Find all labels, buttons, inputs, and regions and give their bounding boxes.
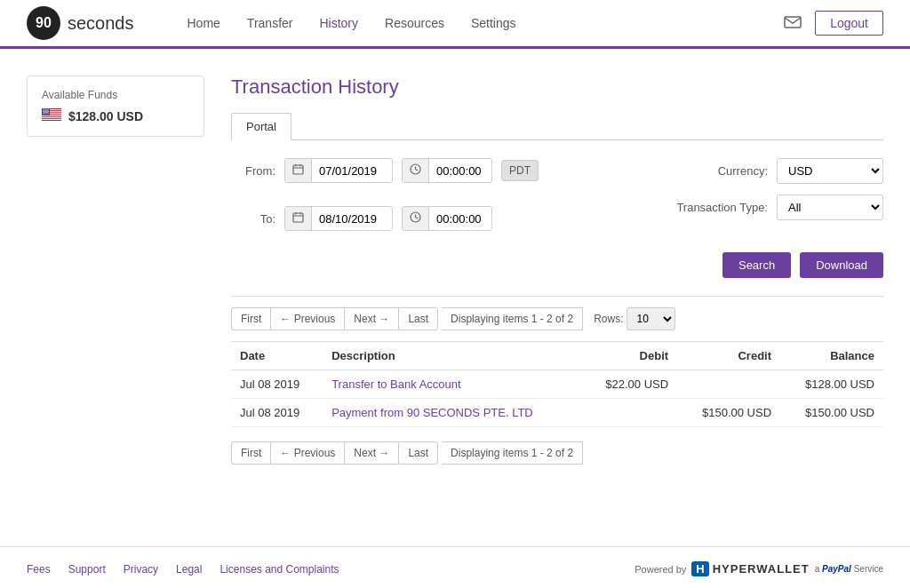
nav-home[interactable]: Home (188, 0, 220, 46)
mail-icon[interactable] (784, 14, 802, 33)
svg-rect-39 (293, 213, 303, 222)
nav-history[interactable]: History (319, 0, 358, 49)
pagination-next-button[interactable]: Next → (344, 307, 398, 330)
footer-powered-by: Powered by H HYPERWALLET a PayPal Servic… (635, 561, 883, 576)
footer-support-link[interactable]: Support (68, 563, 106, 576)
svg-point-18 (43, 111, 44, 112)
table-row: Jul 08 2019 Payment from 90 SECONDS PTE.… (231, 399, 883, 427)
footer: Fees Support Privacy Legal Licenses and … (0, 546, 910, 588)
cell-credit-0 (677, 370, 780, 399)
svg-point-26 (47, 112, 48, 113)
currency-row: Currency: USD EUR GBP (661, 158, 883, 184)
content-area: Transaction History Portal From: (231, 75, 883, 520)
svg-point-12 (47, 109, 48, 110)
download-button[interactable]: Download (800, 252, 883, 278)
transaction-table: Date Description Debit Credit Balance Ju… (231, 341, 883, 427)
date-range-fields: From: PDT (231, 158, 590, 243)
table-section: First ← Previous Next → Last Displaying … (231, 296, 883, 465)
footer-legal-link[interactable]: Legal (176, 563, 202, 576)
timezone-badge: PDT (501, 160, 539, 181)
to-time-wrap (402, 206, 492, 231)
available-funds-value: $128.00 USD (68, 109, 143, 123)
transaction-link-0[interactable]: Transfer to Bank Account (331, 377, 460, 391)
available-funds-amount: $128.00 USD (42, 108, 189, 123)
footer-fees-link[interactable]: Fees (27, 563, 51, 576)
footer-licenses-link[interactable]: Licenses and Complaints (220, 563, 339, 576)
hw-h-icon: H (691, 561, 708, 576)
svg-rect-7 (42, 119, 61, 120)
tabs: Portal (231, 113, 883, 140)
svg-rect-5 (42, 115, 61, 116)
transaction-type-label: Transaction Type: (661, 201, 768, 214)
paypal-service-text: a PayPal Service (815, 564, 883, 575)
available-funds-box: Available Funds (27, 75, 204, 137)
svg-point-29 (45, 113, 46, 114)
to-date-input[interactable] (312, 208, 392, 230)
svg-rect-0 (785, 17, 801, 28)
rows-per-page-select[interactable]: 10 25 50 100 (627, 307, 675, 330)
cell-date-0: Jul 08 2019 (231, 370, 323, 399)
from-time-picker-button[interactable] (403, 159, 429, 182)
col-balance: Balance (780, 342, 883, 370)
header: 90 seconds Home Transfer History Resourc… (0, 0, 910, 49)
svg-point-16 (46, 110, 47, 111)
svg-line-38 (416, 170, 419, 171)
from-date-picker-button[interactable] (285, 159, 312, 182)
to-time-picker-button[interactable] (403, 207, 429, 230)
svg-point-14 (44, 110, 44, 111)
pagination-last-button[interactable]: Last (398, 307, 438, 330)
logo[interactable]: 90 seconds (27, 6, 134, 40)
to-time-input[interactable] (429, 208, 491, 230)
footer-links: Fees Support Privacy Legal Licenses and … (27, 563, 339, 576)
cell-desc-0: Transfer to Bank Account (323, 370, 582, 399)
col-credit: Credit (677, 342, 780, 370)
nav-settings[interactable]: Settings (471, 0, 516, 46)
filter-form: From: PDT (231, 158, 883, 278)
tab-portal[interactable]: Portal (231, 113, 291, 140)
footer-privacy-link[interactable]: Privacy (124, 563, 158, 576)
hyperwallet-logo: H HYPERWALLET (691, 561, 809, 576)
to-row: To: (231, 206, 590, 231)
table-header-row: Date Description Debit Credit Balance (231, 342, 883, 370)
from-row: From: PDT (231, 158, 590, 183)
table-row: Jul 08 2019 Transfer to Bank Account $22… (231, 370, 883, 399)
svg-rect-32 (293, 165, 303, 174)
pagination-bottom: First ← Previous Next → Last Displaying … (231, 441, 883, 465)
filter-right-fields: Currency: USD EUR GBP Transaction Type: … (661, 158, 883, 243)
transaction-type-row: Transaction Type: All Debit Credit (661, 195, 883, 220)
to-date-picker-button[interactable] (285, 207, 312, 230)
svg-point-25 (46, 112, 47, 113)
svg-point-28 (44, 113, 45, 114)
currency-label: Currency: (661, 164, 768, 178)
logo-text: seconds (68, 13, 134, 34)
form-action-row: Search Download (231, 252, 883, 278)
to-date-wrap (284, 206, 393, 231)
hw-name-text: HYPERWALLET (713, 562, 810, 576)
pagination-first-button[interactable]: First (231, 307, 270, 330)
search-button[interactable]: Search (722, 252, 791, 278)
flag-us-icon (42, 108, 61, 123)
to-label: To: (231, 212, 275, 226)
pagination-prev-button[interactable]: ← Previous (270, 307, 344, 330)
from-label: From: (231, 164, 275, 178)
pagination-bottom-prev-button[interactable]: ← Previous (270, 441, 344, 465)
pagination-bottom-first-button[interactable]: First (231, 441, 270, 465)
header-right: Logout (784, 11, 883, 36)
nav-resources[interactable]: Resources (385, 0, 444, 46)
cell-date-1: Jul 08 2019 (231, 399, 323, 427)
pagination-top: First ← Previous Next → Last Displaying … (231, 307, 883, 330)
transaction-type-select[interactable]: All Debit Credit (777, 195, 883, 220)
pagination-bottom-next-button[interactable]: Next → (344, 441, 398, 465)
nav-transfer[interactable]: Transfer (247, 0, 293, 46)
svg-point-17 (47, 110, 48, 111)
main-nav: Home Transfer History Resources Settings (188, 0, 785, 46)
svg-point-30 (47, 113, 48, 114)
from-time-input[interactable] (429, 160, 491, 182)
from-date-input[interactable] (312, 160, 392, 182)
available-funds-label: Available Funds (42, 89, 189, 101)
currency-select[interactable]: USD EUR GBP (777, 158, 883, 184)
pagination-bottom-last-button[interactable]: Last (398, 441, 438, 465)
svg-point-31 (48, 113, 49, 114)
transaction-link-1[interactable]: Payment from 90 SECONDS PTE. LTD (331, 406, 533, 419)
logout-button[interactable]: Logout (815, 11, 883, 36)
